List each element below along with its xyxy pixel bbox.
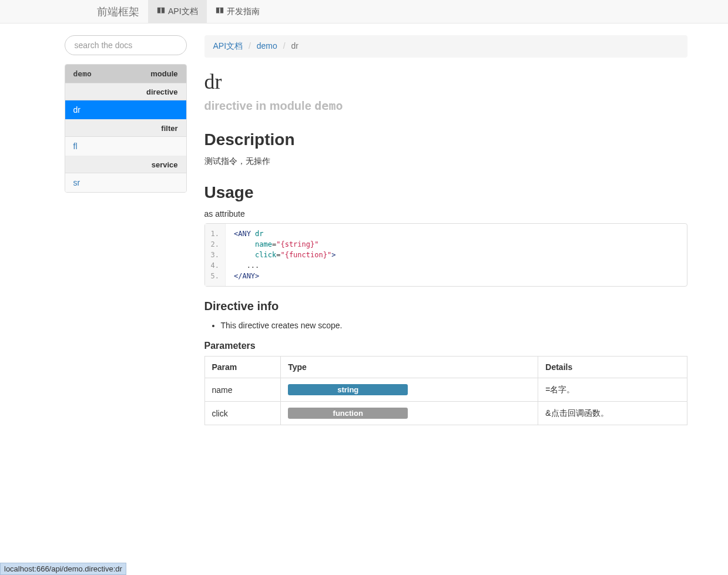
nav-section-filter: filter	[65, 120, 186, 137]
breadcrumb-current: dr	[291, 41, 298, 51]
description-text: 测试指令，无操作	[204, 156, 687, 167]
params-heading: Parameters	[204, 341, 687, 351]
nav-item-sr[interactable]: sr	[65, 173, 186, 192]
usage-as: as attribute	[204, 209, 687, 218]
type-badge: string	[288, 384, 408, 395]
breadcrumb-api[interactable]: API文档	[213, 41, 243, 51]
code-content: <ANY dr name="{string}" click="{function…	[226, 224, 344, 286]
table-row: namestring=名字。	[204, 378, 687, 402]
params-table: ParamTypeDetails namestring=名字。clickfunc…	[204, 356, 687, 425]
page-subtitle: directive in module demo	[204, 99, 687, 113]
breadcrumb: API文档 / demo / dr	[204, 35, 687, 58]
tab-dev-guide[interactable]: 开发指南	[207, 0, 269, 23]
sidebar: demo module directive dr filter fl servi…	[65, 35, 187, 425]
type-badge: function	[288, 408, 408, 419]
table-row: clickfunction&点击回调函数。	[204, 402, 687, 425]
tab-label: API文档	[168, 6, 198, 17]
usage-heading: Usage	[204, 183, 687, 202]
module-name: demo	[73, 69, 92, 78]
search-input[interactable]	[65, 35, 187, 55]
code-line-numbers: 1.2.3.4.5.	[205, 224, 226, 286]
tab-api-docs[interactable]: API文档	[148, 0, 207, 23]
nav-list: demo module directive dr filter fl servi…	[65, 64, 187, 193]
brand: 前端框架	[88, 5, 148, 19]
breadcrumb-demo[interactable]: demo	[257, 41, 277, 51]
main-content: API文档 / demo / dr dr directive in module…	[204, 35, 687, 425]
book-icon	[157, 6, 165, 16]
directive-info-list: This directive creates new scope.	[204, 319, 687, 332]
nav-item-fl[interactable]: fl	[65, 137, 186, 156]
nav-item-dr[interactable]: dr	[65, 100, 186, 120]
tab-label: 开发指南	[227, 6, 260, 17]
module-label: module	[150, 69, 177, 78]
directive-info-heading: Directive info	[204, 300, 687, 313]
code-block: 1.2.3.4.5. <ANY dr name="{string}" click…	[204, 223, 687, 287]
nav-section-directive: directive	[65, 83, 186, 100]
navbar: 前端框架 API文档 开发指南	[0, 0, 728, 23]
page-title: dr	[204, 69, 687, 94]
nav-section-service: service	[65, 156, 186, 173]
info-item: This directive creates new scope.	[221, 319, 687, 332]
book-icon	[216, 6, 224, 16]
description-heading: Description	[204, 130, 687, 149]
nav-module-header[interactable]: demo module	[65, 65, 186, 83]
